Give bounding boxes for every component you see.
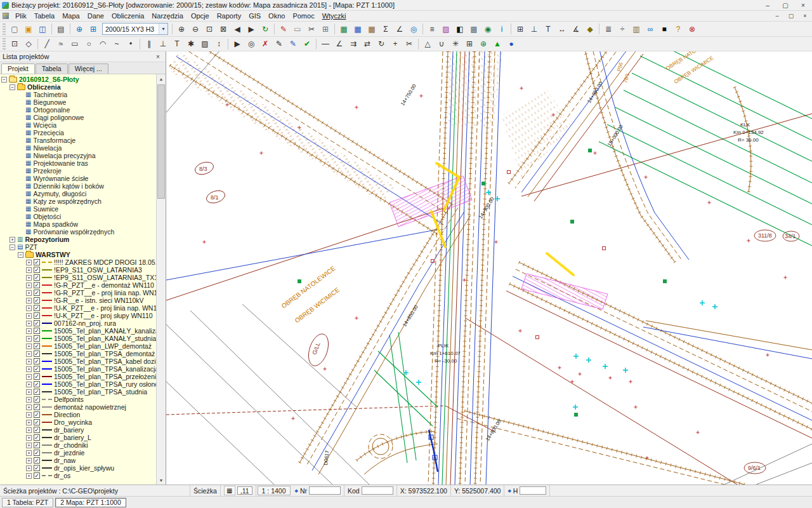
tree-expander-plus[interactable]: + [26, 290, 32, 296]
layer-checkbox[interactable]: ✓ [34, 404, 40, 410]
group-button[interactable]: ⊞ [462, 37, 476, 50]
tree-item[interactable]: +✓!EP9_S11_OSW_LATARNIA3_TX1 [0, 274, 156, 281]
coord-system-button[interactable]: ⊕ [72, 23, 86, 36]
tree-expander-plus[interactable]: + [26, 427, 32, 433]
tree-item[interactable]: +✓dr_naw [0, 457, 156, 464]
layer-checkbox[interactable]: ✓ [34, 373, 40, 380]
tab-projekt[interactable]: Projekt [1, 64, 35, 74]
draw-arc-button[interactable]: ◠ [96, 37, 110, 50]
tree-expander-plus[interactable]: + [26, 283, 32, 288]
zoom-next-button[interactable]: ▶ [244, 23, 258, 36]
tree-item[interactable]: ▦Mapa spadków [0, 220, 156, 228]
move-button[interactable]: + [388, 37, 402, 50]
zoom-extents-button[interactable]: ⊠ [216, 23, 230, 36]
layer-checkbox[interactable]: ✓ [34, 274, 40, 281]
tree-expander-plus[interactable]: + [26, 443, 32, 448]
hatch-button[interactable]: ▨ [439, 23, 453, 36]
layer-checkbox[interactable]: ✓ [34, 450, 40, 456]
tree-item[interactable]: +✓!EP9_S11_OSW_LATARNIA3 [0, 266, 156, 274]
nr-input[interactable] [309, 486, 341, 495]
contrast-button[interactable]: ◧ [453, 23, 467, 36]
tree-item[interactable]: +✓15005_Tel_plan_TPSA_kanalizacja [0, 365, 156, 373]
tree-item[interactable]: +✓15005_Tel_plan_LWP_demontaż [0, 342, 156, 350]
draw-point-button[interactable]: • [124, 37, 138, 50]
area-button[interactable]: ◆ [583, 23, 597, 36]
tree-expander-plus[interactable]: + [26, 382, 32, 387]
tree-expander-plus[interactable]: + [26, 450, 32, 456]
options-button[interactable]: ≣ [601, 23, 615, 36]
layer-checkbox[interactable]: ✓ [34, 351, 40, 357]
layer-checkbox[interactable]: ✓ [34, 312, 40, 319]
tree-expander-plus[interactable]: + [26, 275, 32, 281]
select-rect-button[interactable]: ⊡ [8, 37, 22, 50]
tree-expander-plus[interactable]: + [26, 305, 32, 311]
tree-expander-plus[interactable]: + [26, 458, 32, 464]
rotate-button[interactable]: ↻ [374, 37, 388, 50]
layer-checkbox[interactable]: ✓ [34, 411, 40, 418]
layer-checkbox[interactable]: ✓ [34, 366, 40, 372]
taskbar-item-tabela[interactable]: 1 Tabela: PZT [2, 498, 53, 507]
tree-expander-plus[interactable]: + [26, 344, 32, 349]
mdi-minimize-button[interactable]: – [770, 11, 784, 20]
table-button[interactable]: ▦ [365, 23, 379, 36]
tree-item[interactable]: ▦Projektowanie tras [0, 159, 156, 167]
tree-expander-minus[interactable]: − [10, 84, 15, 90]
layer-checkbox[interactable]: ✓ [34, 328, 40, 334]
zoom-out-button[interactable]: ⊖ [188, 23, 202, 36]
layer-checkbox[interactable]: ✓ [34, 358, 40, 364]
tree-item[interactable]: +✓007162-nn_proj. rura [0, 319, 156, 327]
layer-checkbox[interactable]: ✓ [34, 290, 40, 296]
tree-item[interactable]: ▦Niwelacja [0, 144, 156, 152]
tab-tabela[interactable]: Tabela [36, 64, 68, 74]
layer-checkbox[interactable]: ✓ [34, 457, 40, 464]
layer-checkbox[interactable]: ✓ [34, 282, 40, 288]
tree-expander-plus[interactable]: + [26, 412, 32, 418]
map-blue-button[interactable]: ▦ [351, 23, 365, 36]
grid-button[interactable]: ⊞ [513, 23, 527, 36]
scroll-up-icon[interactable]: ▲ [157, 74, 166, 83]
flag-button[interactable]: ▲ [490, 37, 504, 50]
raster-button[interactable]: ▩ [467, 23, 481, 36]
mirror-button[interactable]: ⇄ [360, 37, 374, 50]
tree-item[interactable]: +✓!G-R__e - istn. sieci WN110kV [0, 297, 156, 304]
tree-item[interactable]: ▦Przecięcia [0, 129, 156, 137]
measure-button[interactable]: ∠ [393, 23, 407, 36]
globe-button[interactable]: ◉ [481, 23, 495, 36]
menu-item-5[interactable]: Narzędzia [148, 11, 187, 20]
tree-expander-plus[interactable]: + [26, 366, 32, 372]
cursor-button[interactable]: ▶ [230, 37, 244, 50]
open-project-button[interactable]: ▣ [22, 23, 36, 36]
tree-item[interactable]: +✓15005_Tel_plan_TPSA_przełożeni [0, 373, 156, 380]
tree-item[interactable]: +✓15005_Tel_plan_TPSA_rury osłono [0, 380, 156, 388]
tree-expander-plus[interactable]: + [26, 473, 32, 479]
node-edit-button[interactable]: △ [421, 37, 435, 50]
layer-checkbox[interactable]: ✓ [34, 389, 40, 395]
tree-item[interactable]: +✓dr_opis_kier_spływu [0, 464, 156, 472]
tree-item[interactable]: +✓15005_Tel_plan_TPSA_studnia [0, 388, 156, 396]
zoom-prev-button[interactable]: ◀ [230, 23, 244, 36]
zoom-in-button[interactable]: ⊕ [174, 23, 188, 36]
offset-button[interactable]: ⇉ [346, 37, 360, 50]
draw-line-button[interactable]: ╱ [40, 37, 54, 50]
menu-item-2[interactable]: Mapa [58, 11, 84, 20]
tree-item[interactable]: ▦Przekroje [0, 167, 156, 175]
map-viewport[interactable]: OBRĘB NATOLEWICEOBRĘB WICIMICEOBRĘB NATO… [166, 51, 812, 485]
tree-item[interactable]: ▦Suwnice [0, 205, 156, 213]
hatch-tool-button[interactable]: ▨ [198, 37, 212, 50]
tree-item[interactable]: +✓Direction [0, 411, 156, 418]
pencil-black-button[interactable]: ✎ [272, 37, 286, 50]
draw-polyline-button[interactable]: ≈ [54, 37, 68, 50]
tree-expander-plus[interactable]: + [26, 374, 32, 380]
layer-checkbox[interactable]: ✓ [34, 396, 40, 403]
menu-item-6[interactable]: Opcje [187, 11, 213, 20]
tree-item[interactable]: −▤PZT [0, 243, 156, 251]
layer-checkbox[interactable]: ✓ [34, 297, 40, 304]
redraw-button[interactable]: ↻ [258, 23, 272, 36]
tree-item[interactable]: +✓15005_Tel_plan_KANAŁY_studnia [0, 335, 156, 342]
tree-expander-plus[interactable]: + [26, 336, 32, 342]
layer-checkbox[interactable]: ✓ [34, 465, 40, 471]
menu-item-11[interactable]: Wtyczki [318, 11, 350, 20]
zoom-page-button[interactable]: ⊞ [86, 23, 100, 36]
layer-checkbox[interactable]: ✓ [34, 259, 40, 265]
point-blue-button[interactable]: ● [504, 37, 518, 50]
